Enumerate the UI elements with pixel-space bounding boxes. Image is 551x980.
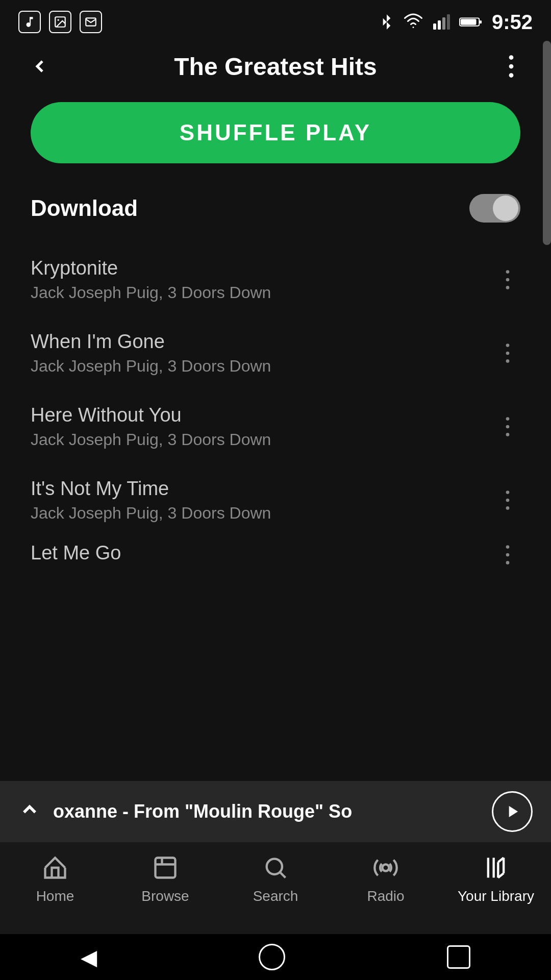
radio-icon (370, 852, 401, 883)
song-item-3[interactable]: Here Without You Jack Joseph Puig, 3 Doo… (31, 390, 520, 463)
nav-library[interactable]: Your Library (441, 852, 551, 904)
song-title-2: When I'm Gone (31, 331, 495, 353)
scrollbar[interactable] (543, 41, 551, 245)
nav-home-label: Home (36, 888, 74, 904)
svg-point-10 (509, 55, 514, 60)
wifi-icon (404, 13, 422, 31)
gallery-icon (49, 11, 71, 33)
svg-point-16 (506, 344, 510, 347)
nav-search-label: Search (253, 888, 298, 904)
song-artist-2: Jack Joseph Puig, 3 Doors Down (31, 357, 495, 376)
now-playing-title: oxanne - From "Moulin Rouge" So (53, 801, 480, 822)
svg-marker-28 (509, 806, 518, 817)
song-more-2[interactable] (495, 340, 520, 366)
svg-rect-5 (442, 17, 445, 30)
android-home-button[interactable] (259, 944, 285, 970)
song-item-1[interactable]: Kryptonite Jack Joseph Puig, 3 Doors Dow… (31, 243, 520, 316)
song-title-4: It's Not My Time (31, 478, 495, 500)
header: The Greatest Hits (0, 41, 551, 92)
song-title-3: Here Without You (31, 404, 495, 426)
android-recents-button[interactable] (447, 945, 470, 969)
song-artist-1: Jack Joseph Puig, 3 Doors Down (31, 283, 495, 302)
status-bar-left (18, 11, 102, 33)
song-item-4[interactable]: It's Not My Time Jack Joseph Puig, 3 Doo… (31, 463, 520, 537)
status-time: 9:52 (492, 11, 533, 34)
nav-browse-label: Browse (141, 888, 189, 904)
song-list: Kryptonite Jack Joseph Puig, 3 Doors Dow… (0, 243, 551, 573)
svg-point-1 (58, 19, 59, 21)
outlook-icon (80, 11, 102, 33)
svg-point-32 (267, 859, 282, 874)
nav-search[interactable]: Search (220, 852, 331, 904)
song-more-4[interactable] (495, 487, 520, 513)
song-artist-3: Jack Joseph Puig, 3 Doors Down (31, 430, 495, 449)
song-more-1[interactable] (495, 267, 520, 292)
svg-point-26 (506, 553, 510, 557)
android-nav: ◀ (0, 934, 551, 980)
download-toggle[interactable] (469, 194, 520, 223)
back-button[interactable] (24, 51, 55, 82)
status-bar-right: 9:52 (379, 11, 533, 34)
svg-point-23 (506, 499, 510, 502)
library-icon (481, 852, 511, 883)
download-label: Download (31, 195, 138, 221)
svg-point-12 (509, 73, 514, 78)
play-button[interactable] (492, 791, 533, 832)
svg-point-15 (506, 286, 510, 289)
music-icon (18, 11, 41, 33)
home-icon (40, 852, 70, 883)
shuffle-play-button[interactable]: SHUFFLE PLAY (31, 102, 520, 163)
search-icon (260, 852, 291, 883)
download-row: Download (0, 184, 551, 233)
song-artist-4: Jack Joseph Puig, 3 Doors Down (31, 504, 495, 523)
status-bar: 9:52 (0, 0, 551, 41)
toggle-knob (493, 195, 518, 221)
svg-line-33 (281, 873, 286, 878)
svg-point-20 (506, 425, 510, 429)
song-more-3[interactable] (495, 414, 520, 439)
nav-radio[interactable]: Radio (331, 852, 441, 904)
svg-rect-6 (447, 14, 450, 30)
nav-home[interactable]: Home (0, 852, 110, 904)
svg-rect-4 (438, 20, 441, 30)
svg-rect-3 (433, 23, 436, 30)
bluetooth-icon (379, 14, 395, 30)
svg-point-27 (506, 561, 510, 565)
svg-point-21 (506, 433, 510, 436)
now-playing-bar[interactable]: oxanne - From "Moulin Rouge" So (0, 781, 551, 842)
shuffle-section: SHUFFLE PLAY (0, 92, 551, 184)
android-back-button[interactable]: ◀ (81, 945, 97, 970)
more-options-button[interactable] (496, 51, 527, 82)
svg-point-14 (506, 278, 510, 282)
song-item-2[interactable]: When I'm Gone Jack Joseph Puig, 3 Doors … (31, 316, 520, 390)
svg-point-18 (506, 359, 510, 363)
svg-rect-8 (479, 20, 482, 23)
svg-rect-29 (156, 858, 176, 878)
signal-icon (432, 13, 450, 31)
song-more-5[interactable] (495, 542, 520, 568)
song-item-5[interactable]: Let Me Go (31, 537, 520, 573)
svg-rect-9 (461, 19, 477, 25)
svg-point-25 (506, 545, 510, 549)
svg-point-17 (506, 352, 510, 355)
song-title-5: Let Me Go (31, 542, 495, 564)
svg-point-34 (383, 865, 389, 871)
svg-point-11 (509, 64, 514, 69)
battery-icon (459, 15, 483, 29)
song-title-1: Kryptonite (31, 257, 495, 279)
nav-library-label: Your Library (458, 888, 534, 904)
nav-radio-label: Radio (367, 888, 404, 904)
page-title: The Greatest Hits (55, 53, 496, 81)
svg-point-24 (506, 506, 510, 510)
nav-browse[interactable]: Browse (110, 852, 220, 904)
browse-icon (150, 852, 181, 883)
svg-point-13 (506, 270, 510, 274)
expand-icon[interactable] (18, 798, 41, 825)
bottom-nav: Home Browse Search Radio (0, 842, 551, 934)
svg-point-19 (506, 417, 510, 421)
svg-point-22 (506, 491, 510, 494)
